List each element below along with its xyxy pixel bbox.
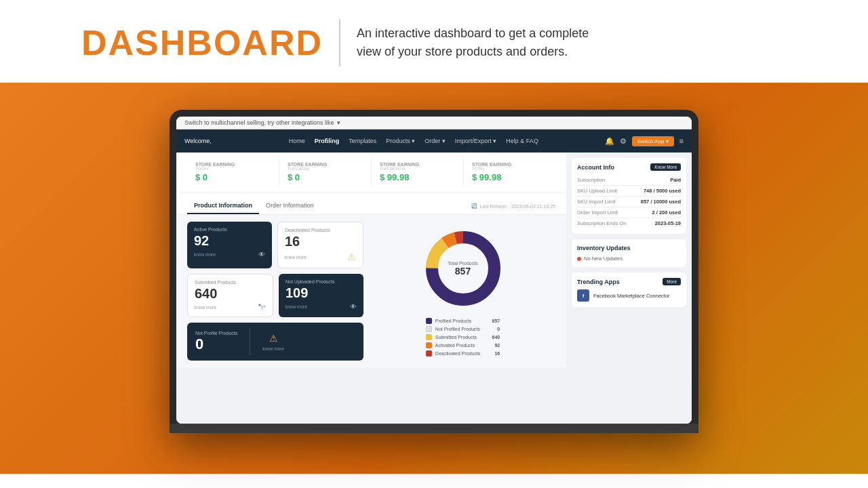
legend-label-not-profiled: Not Profiled Products	[435, 327, 480, 331]
deactivated-know-more[interactable]: know more	[285, 255, 307, 260]
not-uploaded-label: Not Uploaded Products	[285, 279, 357, 284]
account-info-header: Account Info Know More	[577, 163, 681, 171]
earning-week: STORE EARNING THIS WEEK $ 0	[279, 159, 372, 185]
account-info-box: Account Info Know More Subscription Paid…	[572, 158, 686, 234]
subscription-val: Paid	[670, 177, 681, 183]
earning-today: STORE EARNING TODAY $ 0	[187, 159, 279, 185]
tab-product-info[interactable]: Product Information	[187, 198, 259, 214]
nav-profiling[interactable]: Profiling	[315, 138, 340, 144]
refresh-label: Last Refresh :	[479, 204, 509, 209]
bell-icon[interactable]: 🔔	[605, 137, 614, 146]
warning-icon: ⚠	[347, 251, 356, 262]
legend-count-profiled: 857	[492, 319, 500, 323]
banner-bar: Switch to multichannel selling, try othe…	[176, 117, 692, 129]
deactivated-footer: know more ⚠	[285, 251, 356, 262]
sku-import-key: SKU Import Limit	[577, 199, 616, 205]
card-divider	[250, 328, 250, 355]
banner-dropdown-icon: ▾	[337, 119, 340, 126]
eye-icon-2: 👁	[350, 303, 357, 310]
laptop-screen: Switch to multichannel selling, try othe…	[176, 117, 692, 424]
banner-text: Switch to multichannel selling, try othe…	[184, 119, 334, 126]
submitted-value: 640	[195, 286, 266, 301]
nav-templates[interactable]: Templates	[349, 138, 376, 144]
tab-order-info[interactable]: Order Information	[259, 198, 321, 214]
earning-month: STORE EARNING THIS MONTH $ 99.98	[372, 159, 464, 185]
submitted-footer: know more 🔭	[195, 304, 266, 311]
page-header: DASHBOARD An interactive dashboard to ge…	[0, 0, 868, 83]
sku-import-row: SKU Import Limit 857 / 10000 used	[577, 197, 681, 207]
trending-title: Trending Apps	[577, 279, 620, 285]
legend-count-submitted: 640	[492, 335, 500, 340]
sku-import-val: 857 / 10000 used	[641, 199, 681, 205]
not-uploaded-know-more[interactable]: know more	[285, 304, 307, 309]
menu-icon[interactable]: ≡	[679, 137, 684, 145]
earning-week-value: $ 0	[288, 172, 363, 182]
active-products-card: Active Products 92 know more 👁	[187, 222, 272, 268]
legend-submitted: Submitted Products 640	[426, 334, 500, 340]
main-content: STORE EARNING TODAY $ 0 STORE EARNING TH…	[176, 152, 692, 424]
not-uploaded-value: 109	[285, 285, 357, 300]
earning-total-label: STORE EARNING	[472, 162, 547, 167]
subscription-ends-key: Subscription Ends On	[577, 220, 627, 226]
legend-dot-not-profiled	[426, 326, 432, 332]
legend-count-deactivated: 16	[494, 351, 500, 356]
nav-import-export[interactable]: Import/Export ▾	[455, 138, 497, 144]
not-profile-know-more[interactable]: know more	[262, 346, 284, 351]
trending-header: Trending Apps More	[577, 278, 681, 285]
product-section: Active Products 92 know more 👁 Deactivat…	[176, 215, 566, 367]
active-label: Active Products	[194, 227, 265, 232]
inventory-box: Inventory Updates No New Updates.	[572, 239, 686, 267]
legend-label-submitted: Submitted Products	[435, 335, 477, 340]
active-value: 92	[194, 233, 265, 248]
nav-order[interactable]: Order ▾	[425, 138, 446, 144]
submitted-label: Submitted Products	[195, 280, 266, 285]
active-footer: know more 👁	[194, 251, 265, 258]
sku-upload-val: 748 / 5000 used	[644, 188, 681, 194]
order-import-row: Order Import Limit 2 / 200 used	[577, 207, 681, 218]
earning-total-period: TOTAL	[472, 167, 547, 171]
left-panel: STORE EARNING TODAY $ 0 STORE EARNING TH…	[176, 152, 566, 424]
legend-count-not-profiled: 0	[497, 327, 500, 331]
donut-label: Total Products	[448, 261, 477, 266]
subscription-key: Subscription	[577, 177, 605, 183]
trending-item-facebook: f Facebook Marketplace Connector	[577, 289, 681, 302]
donut-center: Total Products 857	[448, 261, 477, 277]
legend-deactivated: Deactivated Products 16	[426, 350, 500, 357]
subscription-ends-val: 2023-05-19	[655, 220, 681, 226]
facebook-icon: f	[577, 289, 589, 302]
nav-links: Home Profiling Templates Products ▾ Orde…	[222, 138, 605, 144]
gear-icon[interactable]: ⚙	[620, 137, 627, 146]
active-know-more[interactable]: know more	[194, 252, 216, 257]
no-updates: No New Updates.	[577, 256, 681, 262]
legend-dot-deactivated	[426, 350, 432, 357]
trending-more-button[interactable]: More	[663, 278, 681, 285]
not-profile-left: Not Profile Products 0	[195, 331, 237, 353]
earning-week-period: THIS WEEK	[288, 167, 363, 171]
switch-app-button[interactable]: Switch App ▾	[632, 136, 674, 146]
not-profile-label: Not Profile Products	[195, 331, 237, 336]
nav-products[interactable]: Products ▾	[386, 138, 415, 144]
earning-week-label: STORE EARNING	[288, 162, 363, 167]
legend-submitted-left: Submitted Products	[426, 334, 477, 340]
earning-today-value: $ 0	[195, 172, 271, 182]
legend-not-profiled: Not Profiled Products 0	[426, 326, 500, 332]
not-profile-right: ⚠ know more	[262, 333, 284, 351]
legend-profiled: Profiled Products 857	[426, 318, 500, 324]
account-know-more-button[interactable]: Know More	[650, 163, 681, 171]
legend-label-profiled: Profiled Products	[435, 319, 471, 323]
legend-dot-profiled	[426, 318, 432, 324]
brand-title: DASHBOARD	[81, 22, 323, 63]
nav-home[interactable]: Home	[289, 138, 305, 144]
warning-icon-2: ⚠	[269, 333, 278, 344]
subscription-ends-row: Subscription Ends On 2023-05-19	[577, 218, 681, 228]
product-cards: Active Products 92 know more 👁 Deactivat…	[187, 222, 363, 361]
account-info-title: Account Info	[577, 164, 614, 171]
donut-chart: Total Products 857	[419, 224, 507, 312]
legend-count-activated: 92	[494, 343, 500, 348]
nav-help[interactable]: Help & FAQ	[506, 138, 538, 144]
red-dot-icon	[577, 257, 581, 261]
not-profile-card: Not Profile Products 0 ⚠ know more	[187, 323, 363, 361]
submitted-know-more[interactable]: know more	[195, 305, 216, 310]
donut-legend: Profiled Products 857 Not Profiled Produ…	[426, 318, 500, 359]
orange-band: Switch to multichannel selling, try othe…	[0, 83, 868, 474]
